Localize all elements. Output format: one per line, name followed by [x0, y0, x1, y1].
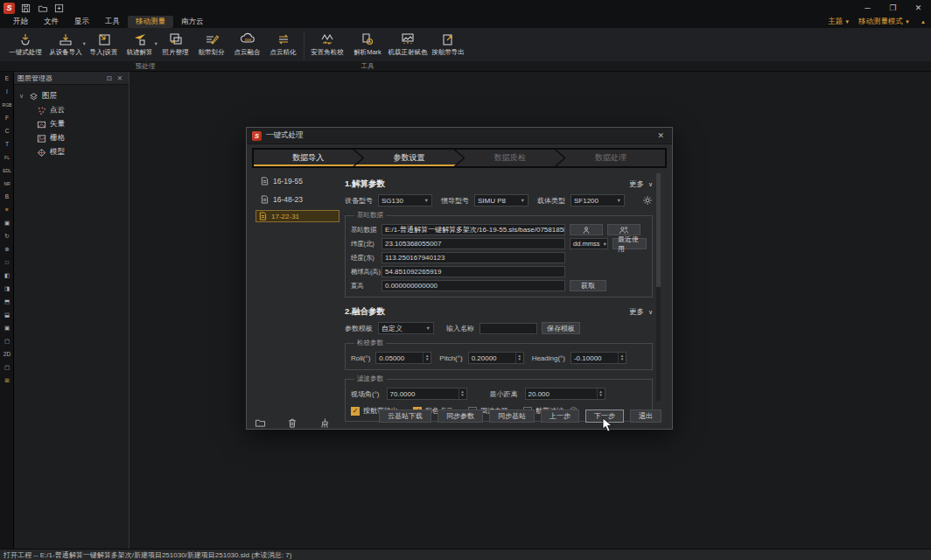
gear-icon[interactable] [642, 195, 653, 206]
tool-b[interactable]: B [0, 190, 14, 203]
file-item[interactable]: 16-19-55 [256, 173, 340, 188]
tool-add-box-icon[interactable]: ⊞ [0, 374, 14, 387]
layer-item-vector[interactable]: 矢量 [16, 117, 127, 131]
file-item[interactable]: 16-48-23 [256, 192, 340, 206]
carrier-select[interactable]: SF1200▼ [570, 194, 625, 206]
sync-params-button[interactable]: 同步参数 [438, 410, 483, 423]
add-folder-icon[interactable] [254, 416, 266, 429]
longitude-input[interactable]: 113.250167940123 [382, 252, 565, 263]
tool-view-bottom-icon[interactable]: ⬓ [0, 308, 14, 321]
tool-rgb[interactable]: RGB [0, 98, 14, 111]
single-point-user-button[interactable] [570, 224, 603, 235]
mode-selector[interactable]: 移动测量模式▼ [858, 17, 910, 27]
menu-start[interactable]: 开始 [5, 16, 36, 28]
previous-step-button[interactable]: 上一步 [541, 410, 579, 423]
ribbon-import-settings[interactable]: 导入|设置 [86, 30, 122, 61]
spinner-arrows-icon[interactable]: ▲▼ [458, 388, 466, 399]
dialog-scrollbar[interactable] [656, 173, 661, 401]
step-data-import[interactable]: 数据导入 [254, 150, 362, 166]
spinner-arrows-icon[interactable]: ▲▼ [597, 388, 605, 399]
height-input[interactable]: 0.000000000000 [382, 280, 565, 291]
spinner-arrows-icon[interactable]: ▲▼ [618, 353, 626, 363]
tool-strip-icon[interactable]: ≡ [0, 203, 14, 216]
roll-stepper[interactable]: 0.05000▲▼ [375, 352, 431, 364]
ribbon-strip-divide[interactable]: 航带划分 [193, 30, 229, 61]
tool-box-select-icon[interactable]: ▣ [0, 216, 14, 229]
tool-f[interactable]: F [0, 111, 14, 124]
close-panel-icon[interactable]: ✕ [115, 74, 125, 82]
fov-stepper[interactable]: 70.0000▲▼ [387, 388, 467, 400]
layer-item-model[interactable]: 模型 [16, 145, 127, 159]
dialog-titlebar[interactable]: S 一键式处理 ✕ [247, 128, 672, 144]
clean-icon[interactable] [318, 416, 331, 429]
menu-file[interactable]: 文件 [36, 16, 66, 28]
fusion-more-toggle[interactable]: 更多∨ [629, 307, 653, 318]
restore-button[interactable]: ❐ [880, 0, 906, 16]
open-folder-icon[interactable] [37, 3, 48, 14]
device-select[interactable]: SG130▼ [378, 194, 432, 206]
pitch-stepper[interactable]: 0.20000▲▼ [468, 352, 524, 364]
file-item-selected[interactable]: 17-22-31 [256, 210, 340, 222]
dialog-close-icon[interactable]: ✕ [654, 131, 667, 140]
ribbon-pointcloud-fusion[interactable]: pos 点云融合 [229, 30, 265, 61]
minimize-button[interactable]: ─ [855, 0, 880, 16]
menu-display[interactable]: 显示 [66, 16, 97, 28]
template-name-input[interactable] [480, 323, 537, 334]
tool-view-right-icon[interactable]: ◨ [0, 282, 14, 295]
tool-2d-view[interactable]: 2D [0, 347, 14, 360]
tool-classification[interactable]: C [0, 124, 14, 137]
save-icon[interactable] [20, 3, 32, 14]
tree-root-layers[interactable]: ∨ 图层 [16, 89, 127, 103]
base-path-input[interactable]: E:/1-普通解算一键解算多架次/16-19-55.sls/base/07581… [382, 224, 565, 235]
spinner-arrows-icon[interactable]: ▲▼ [423, 353, 430, 363]
collapse-ribbon-button[interactable]: ▲ [920, 19, 926, 24]
ribbon-photo-organize[interactable]: 照片整理 [158, 30, 193, 61]
tool-time[interactable]: T [0, 137, 14, 150]
delete-icon[interactable] [286, 416, 298, 429]
ribbon-airborne-ortho-color[interactable]: 机载正射赋色 [388, 30, 428, 61]
theme-selector[interactable]: 主题▼ [828, 17, 850, 27]
menu-south-cloud[interactable]: 南方云 [173, 16, 212, 28]
tree-expand-caret[interactable]: ∨ [19, 93, 25, 100]
step-data-qc[interactable]: 数据质检 [456, 150, 564, 166]
tool-elevation[interactable]: E [0, 72, 14, 85]
step-parameter-settings[interactable]: 参数设置 [354, 150, 463, 166]
imu-select[interactable]: SIMU P8▼ [474, 194, 528, 206]
tool-view-top-icon[interactable]: ⬒ [0, 295, 14, 308]
ribbon-trajectory-solve[interactable]: 轨迹解算 ▼ [122, 30, 158, 61]
tool-view-left-icon[interactable]: ◧ [0, 269, 14, 282]
ellipsoid-height-input[interactable]: 54.851092265919 [382, 266, 565, 277]
ribbon-export-by-strip[interactable]: 按航带导出 [428, 30, 468, 61]
coord-format-select[interactable]: dd.mmss▼ [570, 238, 608, 249]
spinner-arrows-icon[interactable]: ▲▼ [515, 353, 523, 363]
min-distance-stepper[interactable]: 20.000▲▼ [525, 388, 606, 400]
close-button[interactable]: ✕ [906, 0, 931, 16]
ribbon-one-click-process[interactable]: 一键式处理 [5, 30, 46, 61]
scrollbar-thumb[interactable] [656, 173, 661, 287]
tool-view-iso-icon[interactable]: ▣ [0, 321, 14, 334]
layer-item-pointcloud[interactable]: 点云 [16, 103, 127, 117]
tool-select-area-icon[interactable]: ▢ [0, 334, 14, 347]
get-button[interactable]: 获取 [570, 280, 606, 291]
save-template-button[interactable]: 保存模板 [542, 322, 580, 334]
ribbon-parse-mark[interactable]: 解析Mark [347, 30, 388, 61]
recent-used-button[interactable]: 最近使用 [612, 238, 647, 249]
tool-rotate-icon[interactable]: ↻ [0, 229, 14, 242]
step-data-process[interactable]: 数据处理 [556, 150, 665, 166]
layer-item-raster[interactable]: 栅格 [16, 131, 127, 145]
heading-stepper[interactable]: -0.10000▲▼ [570, 352, 626, 364]
latitude-input[interactable]: 23.105368055007 [382, 238, 565, 249]
solve-more-toggle[interactable]: 更多∨ [629, 179, 653, 190]
tool-view-front-icon[interactable]: □ [0, 256, 14, 269]
float-panel-icon[interactable]: ⊡ [104, 74, 115, 82]
menu-tools[interactable]: 工具 [97, 16, 128, 28]
template-select[interactable]: 自定义▼ [378, 322, 434, 334]
tool-edl[interactable]: EDL [0, 164, 14, 177]
menu-mobile-survey[interactable]: 移动测量 [128, 16, 173, 28]
sync-base-button[interactable]: 同步基站 [489, 410, 535, 423]
tool-box-icon[interactable]: ▢ [0, 360, 14, 374]
tool-nr[interactable]: NR [0, 177, 14, 190]
new-project-icon[interactable] [53, 3, 65, 14]
exit-button[interactable]: 退出 [630, 410, 662, 423]
cloud-base-download-button[interactable]: 云基站下载 [379, 410, 431, 423]
